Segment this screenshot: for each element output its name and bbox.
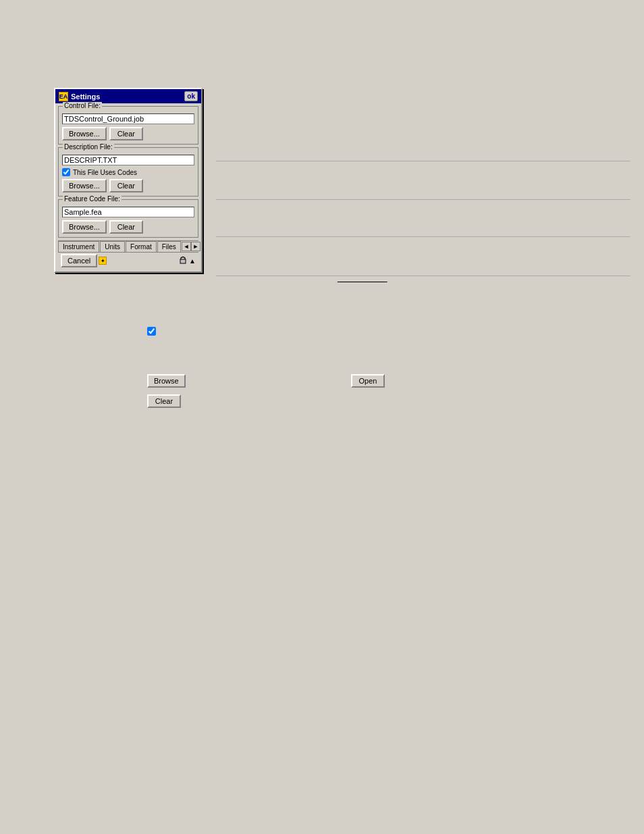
lock-icon: [178, 255, 188, 266]
standalone-browse-button[interactable]: Browse: [147, 374, 186, 388]
cancel-button[interactable]: Cancel: [61, 254, 97, 267]
control-file-browse-button[interactable]: Browse...: [62, 127, 107, 140]
description-file-clear-button[interactable]: Clear: [109, 179, 143, 192]
dialog-title: Settings: [71, 93, 100, 101]
tab-format[interactable]: Format: [126, 241, 157, 252]
tab-units[interactable]: Units: [100, 241, 125, 252]
description-file-browse-button[interactable]: Browse...: [62, 179, 107, 192]
svg-rect-0: [180, 259, 186, 263]
tab-scroll-right-icon[interactable]: ►: [191, 242, 200, 251]
h-rule-1: [216, 161, 630, 161]
description-file-group: Description File: This File Uses Codes B…: [58, 147, 198, 197]
control-file-group: Control File: Browse... Clear: [58, 106, 198, 145]
tab-instrument[interactable]: Instrument: [58, 241, 99, 252]
control-file-input[interactable]: [62, 113, 194, 124]
uses-codes-checkbox[interactable]: [62, 168, 70, 176]
uses-codes-label: This File Uses Codes: [73, 169, 137, 176]
dialog-body: Control File: Browse... Clear Descriptio…: [55, 103, 201, 271]
control-file-clear-button[interactable]: Clear: [109, 127, 143, 140]
control-file-buttons: Browse... Clear: [62, 127, 194, 140]
h-rule-3: [216, 236, 630, 237]
description-file-checkbox-row: This File Uses Codes: [62, 168, 194, 176]
feature-code-file-input[interactable]: [62, 207, 194, 217]
settings-dialog: EA Settings ok Control File: Browse... C…: [54, 88, 203, 273]
standalone-checkbox[interactable]: [147, 327, 156, 336]
arrow-icon: ▲: [189, 257, 196, 265]
feature-code-file-buttons: Browse... Clear: [62, 220, 194, 234]
feature-code-file-clear-button[interactable]: Clear: [109, 220, 143, 234]
feature-code-file-group: Feature Code File: Browse... Clear: [58, 199, 198, 238]
h-rule-2: [216, 199, 630, 200]
tab-bar: Instrument Units Format Files ◄ ►: [58, 240, 198, 252]
titlebar-left: EA Settings: [59, 92, 100, 101]
standalone-clear-button[interactable]: Clear: [147, 394, 181, 408]
bottom-bar: Cancel ✦ ▲: [58, 252, 198, 269]
control-file-legend: Control File:: [63, 102, 102, 109]
title-icon: EA: [59, 92, 68, 101]
description-file-input[interactable]: [62, 155, 194, 165]
ok-badge[interactable]: ok: [184, 91, 198, 101]
description-file-legend: Description File:: [63, 143, 114, 151]
underline-text: ____________: [338, 274, 387, 282]
feature-code-file-legend: Feature Code File:: [63, 195, 122, 203]
tab-files[interactable]: Files: [157, 241, 181, 252]
star-icon: ✦: [99, 257, 107, 265]
dialog-titlebar: EA Settings ok: [55, 89, 201, 103]
h-rule-4: [216, 276, 630, 276]
standalone-open-button[interactable]: Open: [351, 374, 385, 388]
feature-code-file-browse-button[interactable]: Browse...: [62, 220, 107, 234]
standalone-checkbox-row: [147, 327, 156, 336]
description-file-buttons: Browse... Clear: [62, 179, 194, 192]
tab-scroll-left-icon[interactable]: ◄: [182, 242, 191, 251]
tab-nav: ◄ ►: [182, 241, 200, 252]
